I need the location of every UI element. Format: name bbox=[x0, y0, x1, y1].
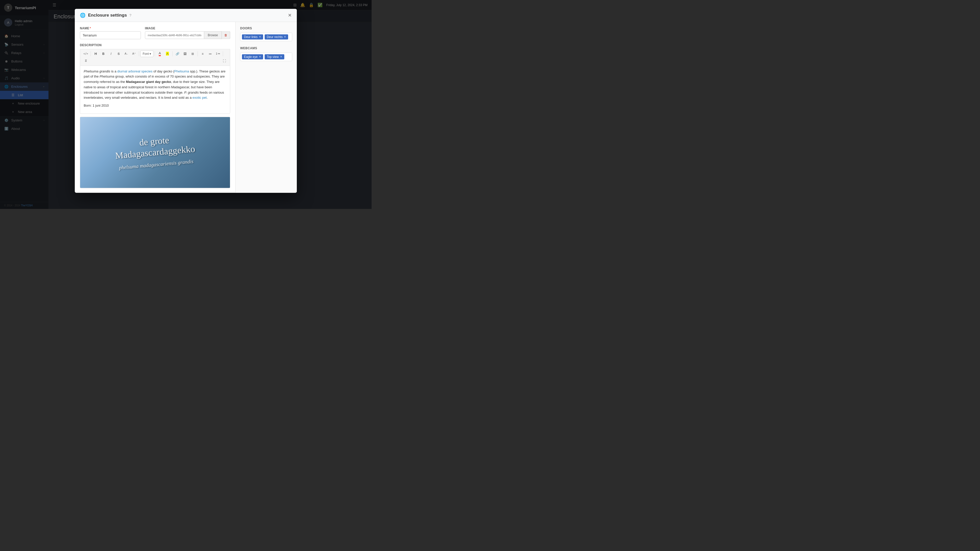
description-section: Description </> H B I S A₋ A⁺ Font ▾ bbox=[80, 43, 230, 188]
description-link-1[interactable]: diurnal arboreal species bbox=[118, 69, 153, 73]
font-dropdown-label: Font bbox=[143, 52, 149, 56]
browse-button[interactable]: Browse bbox=[204, 31, 222, 39]
toolbar-clear-format-button[interactable]: T̶ bbox=[82, 57, 89, 64]
toolbar-fullscreen-button[interactable]: ⛶ bbox=[221, 57, 228, 64]
toolbar-bgcolor-button[interactable]: A bbox=[164, 50, 171, 57]
name-label: Name* bbox=[80, 26, 141, 30]
description-link-phelsuma[interactable]: Phelsuma bbox=[174, 69, 189, 73]
font-dropdown[interactable]: Font ▾ bbox=[140, 50, 153, 57]
doors-section: Doors Deur links ✕ Deur rechts ✕ bbox=[240, 26, 292, 41]
modal-main-content: Name* Image Browse 🗑 Description bbox=[75, 22, 235, 193]
doors-section-title: Doors bbox=[240, 26, 292, 30]
modal-header: 🌐 Enclosure settings ? ✕ bbox=[75, 9, 297, 22]
door-tag-links: Deur links ✕ bbox=[242, 34, 263, 39]
toolbar-bold-button[interactable]: B bbox=[100, 50, 107, 57]
toolbar-table-button[interactable]: ⊞ bbox=[189, 50, 196, 57]
webcam-tag-top-view: Top view ✕ bbox=[265, 54, 284, 59]
door-tag-rechts-label: Deur rechts bbox=[267, 35, 283, 38]
image-preview-container: de groteMadagascardaggekkophelsuma madag… bbox=[80, 117, 230, 188]
image-path-input[interactable] bbox=[145, 31, 204, 39]
image-label: Image bbox=[145, 26, 230, 30]
door-tag-rechts-remove[interactable]: ✕ bbox=[284, 35, 286, 38]
modal-sidebar: Doors Deur links ✕ Deur rechts ✕ Webcams bbox=[235, 22, 297, 193]
webcam-tag-eagle-eye-label: Eagle eye bbox=[244, 55, 258, 59]
editor-content-area[interactable]: Phelsuma grandis is a diurnal arboreal s… bbox=[80, 65, 230, 114]
delete-image-button[interactable]: 🗑 bbox=[222, 31, 230, 39]
modal-title: Enclosure settings bbox=[88, 13, 127, 17]
webcam-tag-eagle-eye-remove[interactable]: ✕ bbox=[259, 55, 261, 59]
toolbar-heading-button[interactable]: H bbox=[92, 50, 99, 57]
form-group-name: Name* bbox=[80, 26, 141, 39]
enclosure-settings-modal: 🌐 Enclosure settings ? ✕ Name* Image bbox=[75, 9, 297, 193]
description-paragraph: Phelsuma grandis is a diurnal arboreal s… bbox=[84, 68, 226, 100]
name-input[interactable] bbox=[80, 31, 141, 39]
toolbar-align-button[interactable]: ≡ bbox=[199, 50, 206, 57]
webcam-tag-top-view-label: Top view bbox=[267, 55, 279, 59]
toolbar-ordered-list-button[interactable]: 1≔ bbox=[215, 50, 221, 57]
modal-body: Name* Image Browse 🗑 Description bbox=[75, 22, 297, 193]
toolbar-superscript-button[interactable]: A⁺ bbox=[130, 50, 138, 57]
toolbar-divider bbox=[91, 51, 91, 56]
webcam-tag-eagle-eye: Eagle eye ✕ bbox=[242, 54, 263, 59]
description-label: Description bbox=[80, 43, 230, 47]
modal-help-icon[interactable]: ? bbox=[129, 13, 131, 17]
webcams-tag-container[interactable]: Eagle eye ✕ Top view ✕ bbox=[240, 52, 292, 61]
toolbar-link-button[interactable]: 🔗 bbox=[174, 50, 181, 57]
toolbar-bullet-list-button[interactable]: ≔ bbox=[207, 50, 214, 57]
toolbar-subscript-button[interactable]: A₋ bbox=[123, 50, 130, 57]
toolbar-italic-button[interactable]: I bbox=[107, 50, 115, 57]
toolbar-image-button[interactable]: 🖼 bbox=[181, 50, 189, 57]
modal-globe-icon: 🌐 bbox=[80, 12, 86, 18]
webcam-tag-top-view-remove[interactable]: ✕ bbox=[280, 55, 282, 59]
form-group-image: Image Browse 🗑 bbox=[145, 26, 230, 39]
gecko-preview-text: de groteMadagascardaggekkophelsuma madag… bbox=[114, 133, 197, 172]
toolbar-source-code-button[interactable]: </> bbox=[82, 50, 89, 57]
editor-toolbar: </> H B I S A₋ A⁺ Font ▾ A A bbox=[80, 49, 230, 65]
required-mark: * bbox=[90, 26, 91, 30]
toolbar-fontcolor-button[interactable]: A bbox=[156, 50, 163, 57]
door-tag-rechts: Deur rechts ✕ bbox=[265, 34, 288, 39]
image-preview: de groteMadagascardaggekkophelsuma madag… bbox=[80, 117, 230, 188]
toolbar-divider bbox=[139, 51, 139, 56]
door-tag-links-remove[interactable]: ✕ bbox=[259, 35, 261, 38]
image-input-row: Browse 🗑 bbox=[145, 31, 230, 39]
door-tag-links-label: Deur links bbox=[244, 35, 258, 38]
doors-tag-container[interactable]: Deur links ✕ Deur rechts ✕ bbox=[240, 32, 292, 41]
webcams-section-title: Webcams bbox=[240, 46, 292, 50]
modal-close-button[interactable]: ✕ bbox=[288, 13, 292, 17]
webcams-section: Webcams Eagle eye ✕ Top view ✕ bbox=[240, 46, 292, 61]
description-link-exotic-pet[interactable]: exotic pet bbox=[192, 96, 207, 100]
toolbar-strikethrough-button[interactable]: S bbox=[115, 50, 122, 57]
font-dropdown-chevron-icon: ▾ bbox=[150, 52, 151, 56]
born-text: Born: 1 juni 2010 bbox=[84, 103, 226, 108]
form-name-image-row: Name* Image Browse 🗑 bbox=[80, 26, 230, 39]
toolbar-divider bbox=[197, 51, 198, 56]
